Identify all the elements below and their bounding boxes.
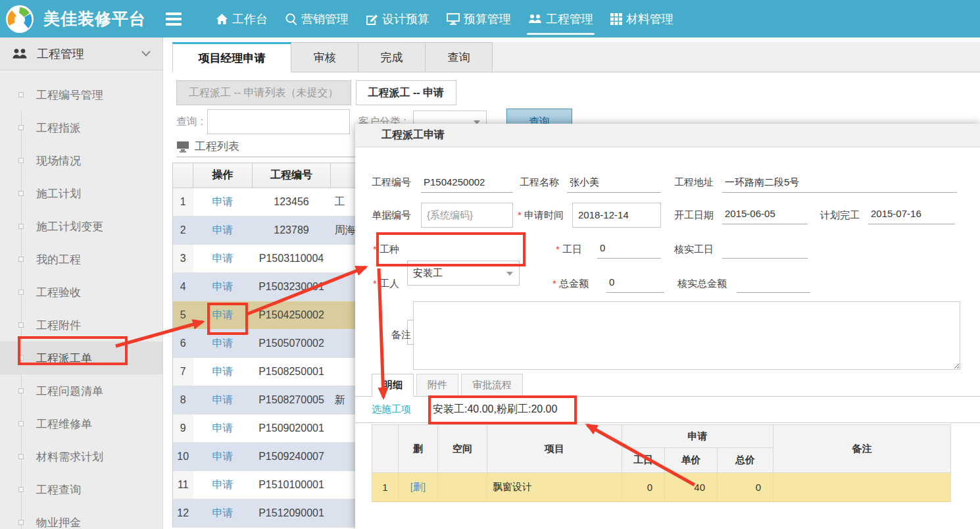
remark-textarea[interactable] (413, 301, 960, 370)
project-code: P1509240007 (253, 443, 331, 471)
tree-bullet-icon (18, 125, 24, 130)
apply-link[interactable]: 申请 (212, 224, 233, 236)
nav-label: 设计预算 (382, 11, 429, 27)
main-tab[interactable]: 项目经理申请 (172, 42, 291, 72)
plan-finish-field[interactable]: 2015-07-16 (868, 205, 955, 224)
menu-toggle-icon[interactable] (166, 13, 182, 26)
start-date-label: 开工日期 (674, 209, 714, 222)
nav-label: 营销管理 (301, 11, 349, 27)
tree-bullet-icon (18, 158, 24, 163)
sidebar-item-label: 工程验收 (36, 285, 81, 300)
select-work-items-link[interactable]: 选施工项 (372, 403, 411, 416)
project-code: P1508250001 (253, 358, 331, 386)
project-code-label: 工程编号 (372, 176, 411, 189)
brand-name: 美佳装修平台 (43, 8, 146, 30)
project-code: P1505070002 (253, 330, 331, 358)
doc-no-field[interactable]: {系统编码} (421, 203, 513, 228)
chevron-down-icon (141, 51, 151, 57)
nav-item-budget[interactable]: 预算管理 (445, 0, 512, 38)
sidebar-item[interactable]: 现场情况 (0, 144, 162, 177)
apply-link[interactable]: 申请 (212, 507, 233, 518)
sidebar-item-label: 工程附件 (36, 318, 81, 333)
apply-link[interactable]: 申请 (212, 281, 233, 292)
row-index: 12 (173, 499, 193, 528)
subtab[interactable]: 工程派工 -- 申请列表（未提交） (176, 80, 351, 105)
sidebar-item-label: 工程问题清单 (36, 384, 103, 399)
start-date-field[interactable]: 2015-06-05 (722, 205, 808, 224)
nav-item-marketing[interactable]: 营销管理 (283, 0, 350, 38)
apply-link[interactable]: 申请 (212, 394, 233, 405)
tree-bullet-icon (18, 224, 24, 229)
nav-item-design-budget[interactable]: 设计预算 (364, 0, 431, 38)
home-icon (216, 13, 228, 25)
total-field[interactable]: 0 (606, 273, 664, 293)
sidebar-item-label: 工程编号管理 (36, 88, 103, 103)
sidebar-item[interactable]: 工程维修单 (0, 407, 162, 440)
main-tab[interactable]: 审核 (291, 42, 358, 72)
sidebar-item-label: 工程派工单 (36, 351, 92, 366)
main-tab[interactable]: 完成 (358, 42, 426, 72)
verify-workday-field[interactable] (722, 239, 808, 259)
sidebar-item-label: 施工计划变更 (36, 219, 103, 234)
main-tabbar: 项目经理申请 审核 完成 查询 (172, 42, 980, 72)
subtab[interactable]: 工程派工 -- 申请 (356, 80, 457, 105)
apply-time-field[interactable]: 2018-12-14 (572, 203, 661, 228)
nav-item-material[interactable]: 材料管理 (609, 0, 675, 38)
project-list-title: 工程列表 (195, 139, 239, 154)
delete-link[interactable]: [删] (410, 481, 426, 492)
main-tab-label: 查询 (448, 50, 470, 65)
row-index: 1 (372, 473, 399, 502)
sidebar-item-label: 工程查询 (36, 482, 81, 497)
detail-header-row-1: 删 空间 项目 申请 备注 (372, 425, 951, 448)
apply-link[interactable]: 申请 (212, 253, 233, 264)
verify-total-field[interactable] (737, 273, 810, 293)
search-input[interactable] (207, 109, 350, 134)
detail-tab-label: 明细 (383, 379, 403, 391)
main-tab[interactable]: 查询 (426, 42, 493, 72)
sidebar-item-label: 物业押金 (36, 515, 81, 529)
col-space: 空间 (438, 425, 487, 473)
detail-tab[interactable]: 审批流程 (461, 374, 523, 397)
col-item: 项目 (487, 425, 622, 473)
apply-link[interactable]: 申请 (212, 338, 233, 349)
row-index: 10 (173, 443, 193, 471)
space-cell (438, 473, 487, 502)
col-remark: 备注 (773, 425, 951, 473)
sidebar-item[interactable]: 材料需求计划 (0, 440, 162, 473)
sidebar-item[interactable]: 物业押金 (0, 506, 162, 529)
apply-link[interactable]: 申请 (212, 479, 233, 490)
sidebar-item[interactable]: 工程问题清单 (0, 374, 162, 407)
project-name-field[interactable]: 张小美 (567, 173, 661, 193)
sidebar-item[interactable]: 工程指派 (0, 111, 162, 144)
sidebar-item[interactable]: 工程查询 (0, 473, 162, 506)
apply-link[interactable]: 申请 (212, 366, 233, 377)
monitor-icon (447, 13, 460, 25)
tree-bullet-icon (18, 257, 24, 262)
apply-link[interactable]: 申请 (212, 422, 233, 434)
nav-item-workbench[interactable]: 工作台 (214, 0, 269, 38)
sidebar-item[interactable]: 施工计划 (0, 177, 162, 210)
apply-link[interactable]: 申请 (212, 451, 233, 462)
sidebar-item[interactable]: 施工计划变更 (0, 210, 162, 243)
nav-item-engineering[interactable]: 工程管理 (527, 0, 595, 38)
required-mark: * (373, 278, 377, 289)
project-addr-field[interactable]: 一环路南二段5号 (722, 173, 957, 193)
sidebar-item[interactable]: 工程派工单 (0, 341, 162, 374)
detail-tab[interactable]: 明细 (372, 374, 414, 397)
nav-label: 工作台 (232, 11, 268, 27)
apply-link[interactable]: 申请 (212, 309, 233, 320)
sidebar-item[interactable]: 工程验收 (0, 276, 162, 309)
apply-link[interactable]: 申请 (212, 196, 233, 207)
worktype-select[interactable]: 安装工 (407, 261, 520, 286)
row-index: 7 (173, 358, 193, 386)
sidebar-item[interactable]: 工程编号管理 (0, 78, 162, 111)
tree-bullet-icon (18, 388, 24, 393)
detail-tab[interactable]: 附件 (416, 374, 458, 397)
row-index: 11 (173, 471, 193, 499)
sidebar-header-engineering[interactable]: 工程管理 (0, 38, 162, 70)
workday-field[interactable]: 0 (597, 239, 661, 259)
project-code-field[interactable]: P1504250002 (421, 173, 513, 193)
sidebar-item[interactable]: 工程附件 (0, 309, 162, 341)
detail-tabbar: 明细 附件 审批流程 (355, 374, 980, 397)
sidebar-item[interactable]: 我的工程 (0, 243, 162, 276)
